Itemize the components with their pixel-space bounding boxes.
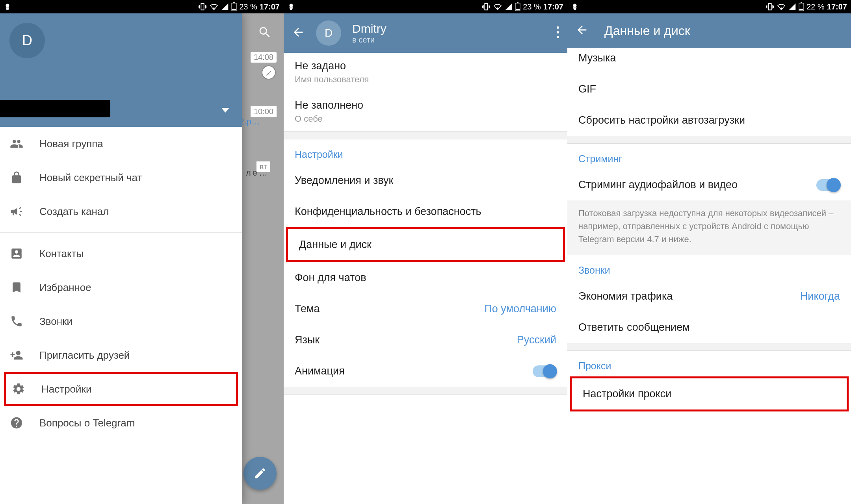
- row-label: Стриминг аудиофайлов и видео: [578, 179, 738, 191]
- statusbar: 23 % 17:07: [284, 0, 567, 13]
- username-label: Имя пользователя: [295, 74, 556, 85]
- streaming-hint: Потоковая загрузка недоступна для некото…: [567, 200, 851, 255]
- row-reset-autoload[interactable]: Сбросить настройки автозагрузки: [567, 105, 851, 136]
- menu-label: Создать канал: [39, 206, 109, 218]
- lock-icon: [9, 170, 24, 185]
- section-gap: [284, 132, 567, 139]
- menu-new-group[interactable]: Новая группа: [0, 127, 242, 161]
- notification-icon: [288, 3, 295, 10]
- section-header-proxy: Прокси: [567, 351, 851, 376]
- menu-label: Контакты: [39, 248, 84, 260]
- peek-timestamp-2: 10:00: [251, 106, 277, 117]
- battery-percent: 23 %: [523, 2, 541, 11]
- settings-notifications[interactable]: Уведомления и звук: [284, 165, 567, 196]
- chat-list-backdrop: [242, 13, 284, 504]
- account-dropdown-icon[interactable]: [221, 108, 229, 113]
- pin-icon: [262, 65, 276, 80]
- menu-favorites[interactable]: Избранное: [0, 271, 242, 304]
- peek-text: 2.р…: [239, 117, 260, 127]
- settings-data-storage[interactable]: Данные и диск: [286, 227, 565, 262]
- section-header-calls: Звонки: [567, 255, 851, 281]
- row-value: Никогда: [800, 290, 840, 302]
- more-menu-button[interactable]: [556, 26, 559, 40]
- menu-label: Избранное: [39, 282, 91, 294]
- profile-status: в сети: [352, 35, 386, 44]
- phone-settings-view: 23 % 17:07 D Dmitry в сети Не задано Имя…: [284, 0, 567, 504]
- navigation-drawer: D Новая группа Новый секретный чат Созда…: [0, 13, 242, 504]
- menu-label: Новая группа: [39, 138, 103, 150]
- username-row[interactable]: Не задано Имя пользователя: [284, 53, 567, 92]
- search-icon[interactable]: [258, 25, 272, 41]
- animation-toggle[interactable]: [533, 365, 556, 377]
- compose-fab[interactable]: [243, 457, 277, 490]
- user-avatar[interactable]: D: [9, 23, 45, 58]
- back-button[interactable]: [292, 26, 305, 41]
- vibrate-icon: [766, 2, 774, 11]
- row-music[interactable]: Музыка: [567, 48, 851, 74]
- section-gap: [567, 136, 851, 144]
- svg-rect-9: [516, 9, 520, 10]
- row-label: Тема: [295, 303, 320, 315]
- menu-label: Пригласить друзей: [39, 349, 130, 361]
- back-button[interactable]: [575, 23, 589, 38]
- menu-faq[interactable]: Вопросы о Telegram: [0, 406, 242, 440]
- row-reply-msg[interactable]: Ответить сообщением: [567, 312, 851, 343]
- row-streaming-av[interactable]: Стриминг аудиофайлов и видео: [567, 169, 851, 200]
- menu-invite[interactable]: Пригласить друзей: [0, 338, 242, 372]
- gear-icon: [11, 382, 26, 396]
- svg-point-10: [557, 26, 559, 29]
- menu-new-secret-chat[interactable]: Новый секретный чат: [0, 161, 242, 195]
- settings-theme[interactable]: Тема По умолчанию: [284, 293, 567, 324]
- page-title: Данные и диск: [604, 24, 690, 38]
- menu-calls[interactable]: Звонки: [0, 304, 242, 338]
- svg-point-5: [290, 4, 293, 7]
- profile-name: Dmitry: [352, 22, 386, 35]
- battery-icon: [231, 2, 237, 11]
- group-icon: [9, 137, 24, 151]
- settings-language[interactable]: Язык Русский: [284, 324, 567, 356]
- wifi-icon: [777, 2, 786, 11]
- signal-icon: [505, 3, 513, 11]
- vibrate-icon: [482, 2, 491, 11]
- settings-chat-background[interactable]: Фон для чатов: [284, 262, 567, 293]
- bio-row[interactable]: Не заполнено О себе: [284, 92, 567, 132]
- svg-point-13: [573, 4, 577, 7]
- help-icon: [9, 416, 24, 430]
- signal-icon: [788, 3, 796, 11]
- menu-settings[interactable]: Настройки: [4, 372, 238, 406]
- row-gif[interactable]: GIF: [567, 74, 851, 105]
- profile-title: Dmitry в сети: [352, 22, 386, 44]
- phone-data-storage-view: 22 % 17:07 Данные и диск Музыка GIF Сбро…: [567, 0, 851, 504]
- wifi-icon: [209, 2, 219, 11]
- section-gap: [284, 387, 567, 395]
- menu-create-channel[interactable]: Создать канал: [0, 195, 242, 228]
- menu-label: Вопросы о Telegram: [39, 417, 135, 429]
- section-header-streaming: Стриминг: [567, 144, 851, 169]
- settings-appbar: D Dmitry в сети: [284, 13, 567, 53]
- svg-point-11: [557, 31, 559, 33]
- streaming-toggle[interactable]: [816, 179, 840, 191]
- settings-privacy[interactable]: Конфиденциальность и безопасность: [284, 196, 567, 227]
- settings-animation[interactable]: Анимация: [284, 356, 567, 387]
- row-label: Ответить сообщением: [578, 321, 690, 334]
- avatar-letter: D: [325, 27, 333, 39]
- svg-rect-4: [232, 9, 236, 10]
- clock: 17:07: [543, 2, 563, 11]
- peek-timestamp: 14:08: [251, 52, 277, 63]
- row-value: Русский: [517, 334, 556, 346]
- row-label: Музыка: [578, 52, 616, 64]
- row-proxy-settings[interactable]: Настройки прокси: [570, 376, 849, 411]
- contact-icon: [9, 246, 24, 261]
- statusbar: 22 % 17:07: [567, 0, 851, 13]
- menu-label: Новый секретный чат: [39, 172, 142, 184]
- svg-point-1: [213, 7, 215, 9]
- bio-label: О себе: [295, 114, 556, 124]
- signal-icon: [221, 3, 229, 11]
- profile-avatar[interactable]: D: [316, 20, 341, 46]
- section-gap: [567, 343, 851, 351]
- menu-contacts[interactable]: Контакты: [0, 237, 242, 271]
- svg-point-0: [6, 4, 9, 7]
- row-label: Уведомления и звук: [295, 174, 393, 187]
- row-data-saving[interactable]: Экономия трафика Никогда: [567, 281, 851, 312]
- bookmark-icon: [9, 280, 24, 295]
